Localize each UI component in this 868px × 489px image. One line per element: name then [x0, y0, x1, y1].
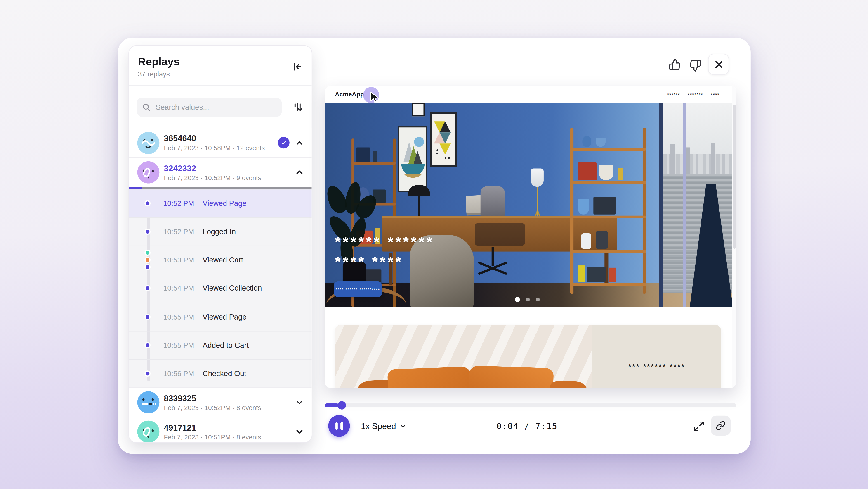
nav-link-masked[interactable]: ****: [711, 92, 719, 96]
replays-sidebar: Replays 37 replays Search values...: [128, 46, 312, 443]
desk-lamp-arm: [418, 195, 419, 216]
event-time: 10:56 PM: [163, 369, 194, 378]
event-row-viewed-page-1[interactable]: 10:52 PM Viewed Page: [129, 189, 312, 217]
playback-progress-fill: [325, 403, 339, 407]
floor-lamp: [531, 168, 544, 187]
playback-progress-handle[interactable]: [338, 401, 346, 409]
sidebar-search-row: Search values...: [129, 86, 312, 128]
replay-info: 3654640 Feb 7, 2023 · 10:58PM · 12 event…: [164, 134, 265, 152]
avatar: [137, 161, 159, 183]
thumbs-down-icon: [688, 59, 701, 72]
chevron-down-icon[interactable]: [296, 399, 303, 406]
event-row-logged-in[interactable]: 10:52 PM Logged In: [129, 217, 312, 246]
product-card-text-panel: *** ****** ****: [592, 325, 721, 388]
scrollbar-thumb[interactable]: [733, 105, 736, 249]
hero-cta-button[interactable]: **** ****** **********: [334, 282, 382, 297]
event-dot-icon: [144, 200, 150, 206]
thumbs-up-icon: [669, 58, 681, 70]
avatar: [137, 421, 159, 442]
carousel-dots[interactable]: [515, 297, 540, 302]
replay-row-controls: [296, 388, 303, 416]
chevron-up-icon[interactable]: [296, 168, 303, 176]
nav-link-masked[interactable]: ******: [667, 92, 680, 96]
event-label: Added to Cart: [203, 341, 249, 349]
hero-image: ****** ****** **** **** **** ****** ****…: [325, 103, 732, 307]
site-header: AcmeApp ****** ******* ****: [325, 86, 737, 103]
site-nav: ****** ******* ****: [667, 92, 720, 96]
event-label: Checked Out: [203, 369, 246, 378]
collapse-sidebar-button[interactable]: [291, 60, 303, 73]
replay-meta: Feb 7, 2023 · 10:52PM · 9 events: [164, 174, 261, 181]
event-row-viewed-collection[interactable]: 10:54 PM Viewed Collection: [129, 274, 312, 302]
event-label: Viewed Cart: [203, 256, 243, 264]
search-input[interactable]: Search values...: [137, 97, 282, 117]
session-progress-fill: [129, 187, 142, 189]
cta-masked-label: **** ****** **********: [336, 287, 380, 291]
event-row-checked-out[interactable]: 10:56 PM Checked Out: [129, 359, 312, 387]
replay-meta: Feb 7, 2023 · 10:52PM · 8 events: [164, 404, 261, 411]
replay-row-controls: [296, 158, 303, 187]
event-dot-icon: [144, 229, 150, 235]
chevron-up-icon[interactable]: [296, 139, 303, 146]
line-art-frame: [412, 103, 425, 117]
replay-row-4917121[interactable]: 4917121 Feb 7, 2023 · 10:51PM · 8 events: [129, 417, 312, 442]
event-dot-icon: [144, 342, 150, 348]
event-time: 10:52 PM: [163, 199, 194, 208]
app-stage: Replays 37 replays Search values...: [0, 0, 868, 489]
chevron-down-icon[interactable]: [296, 428, 303, 436]
sidebar-header: Replays 37 replays: [129, 46, 312, 86]
replay-info: 8339325 Feb 7, 2023 · 10:52PM · 8 events: [164, 393, 261, 412]
copy-link-button[interactable]: [711, 416, 731, 436]
event-row-added-to-cart[interactable]: 10:55 PM Added to Cart: [129, 330, 312, 359]
right-bookshelf: [570, 128, 646, 294]
mouse-cursor-icon: [369, 91, 379, 103]
sort-replays-button[interactable]: [291, 100, 304, 114]
session-progress-track: [142, 187, 312, 189]
event-time: 10:55 PM: [163, 313, 194, 321]
replay-info: 3242332 Feb 7, 2023 · 10:52PM · 9 events: [164, 163, 261, 181]
event-row-viewed-cart[interactable]: 10:53 PM Viewed Cart: [129, 246, 312, 274]
pause-button[interactable]: [328, 415, 350, 437]
event-time: 10:54 PM: [163, 284, 194, 293]
replay-meta: Feb 7, 2023 · 10:51PM · 8 events: [164, 433, 261, 441]
speed-selector[interactable]: 1x Speed: [361, 415, 407, 437]
replay-row-controls: [278, 128, 303, 157]
replay-count: 37 replays: [138, 70, 303, 78]
site-logo[interactable]: AcmeApp: [335, 91, 364, 97]
event-row-viewed-page-2[interactable]: 10:55 PM Viewed Page: [129, 302, 312, 330]
watched-check-badge: [278, 137, 289, 148]
replay-id: 4917121: [164, 423, 261, 432]
event-time: 10:52 PM: [163, 228, 194, 236]
event-label: Logged In: [203, 228, 236, 236]
event-timeline: 10:52 PM Viewed Page 10:52 PM Logged In …: [129, 189, 312, 387]
playback-progress-bar[interactable]: [325, 403, 737, 407]
close-player-button[interactable]: [708, 54, 729, 75]
carousel-dot[interactable]: [536, 297, 540, 301]
event-dot-icon: [144, 285, 150, 291]
avatar: [137, 391, 159, 413]
event-label: Viewed Page: [203, 313, 246, 321]
product-card: *** ****** ****: [335, 325, 721, 388]
replay-row-3654640[interactable]: 3654640 Feb 7, 2023 · 10:58PM · 12 event…: [129, 128, 312, 157]
window-frame: [659, 103, 662, 307]
event-dot-icon: [144, 370, 150, 377]
viewport-scrollbar[interactable]: [732, 86, 737, 388]
carousel-dot[interactable]: [526, 297, 530, 301]
event-label: Viewed Page: [203, 199, 246, 208]
carousel-dot-active[interactable]: [515, 297, 520, 302]
event-label: Viewed Collection: [203, 284, 262, 293]
chevron-down-icon: [400, 423, 406, 429]
replay-row-8339325[interactable]: 8339325 Feb 7, 2023 · 10:52PM · 8 events: [129, 387, 312, 417]
fullscreen-button[interactable]: [691, 419, 706, 433]
nav-link-masked[interactable]: *******: [688, 92, 703, 96]
event-time: 10:53 PM: [163, 256, 194, 264]
replay-list: 3654640 Feb 7, 2023 · 10:58PM · 12 event…: [129, 128, 312, 442]
event-dot-icon: [144, 314, 150, 320]
speed-label: 1x Speed: [361, 421, 396, 431]
event-time: 10:55 PM: [163, 341, 194, 349]
pause-icon: [335, 422, 338, 430]
thumbs-down-button[interactable]: [687, 58, 703, 73]
thumbs-up-button[interactable]: [667, 57, 683, 72]
close-icon: [714, 60, 723, 68]
replay-row-3242332[interactable]: 3242332 Feb 7, 2023 · 10:52PM · 9 events: [129, 157, 312, 187]
